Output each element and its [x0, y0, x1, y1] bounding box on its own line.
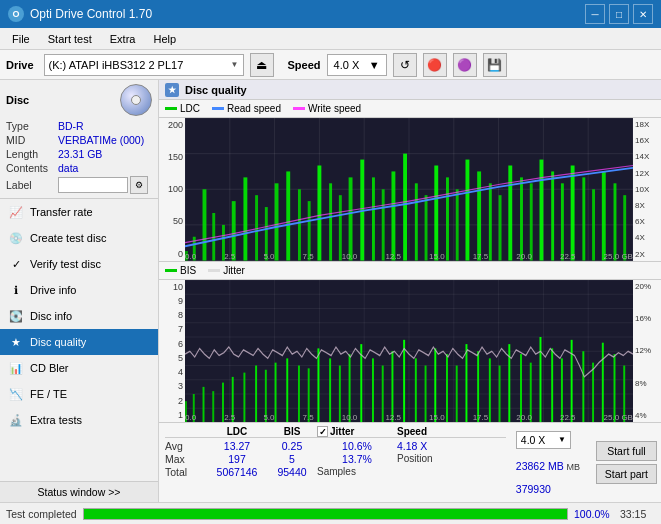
svg-rect-56 [602, 171, 606, 260]
menu-file[interactable]: File [4, 31, 38, 47]
chevron-down-icon: ▼ [369, 59, 380, 71]
stats-avg-ldc: 13.27 [207, 440, 267, 452]
speed-dropdown[interactable]: 4.0 X ▼ [327, 54, 387, 76]
top-chart-x-axis: 0.0 2.5 5.0 7.5 10.0 12.5 15.0 17.5 20.0… [185, 252, 633, 261]
cd-bler-icon: 📊 [8, 360, 24, 376]
top-chart-section: LDC Read speed Write speed 200 [159, 100, 661, 262]
start-part-button[interactable]: Start part [596, 464, 657, 484]
status-window-button[interactable]: Status window >> [0, 481, 158, 502]
jitter-checkbox[interactable]: ✓ [317, 426, 328, 437]
drive-dropdown[interactable]: (K:) ATAPI iHBS312 2 PL17 ▼ [44, 54, 244, 76]
sidebar-item-extra-tests[interactable]: 🔬 Extra tests [0, 407, 158, 433]
top-chart-plot: 0.0 2.5 5.0 7.5 10.0 12.5 15.0 17.5 20.0… [185, 118, 633, 261]
bottom-status-bar: Test completed 100.0% 33:15 [0, 502, 661, 524]
sidebar-item-disc-info[interactable]: 💽 Disc info [0, 303, 158, 329]
transfer-rate-icon: 📈 [8, 204, 24, 220]
svg-rect-99 [391, 351, 393, 422]
col-jitter-header: ✓ Jitter [317, 426, 397, 437]
sidebar-item-transfer-rate[interactable]: 📈 Transfer rate [0, 199, 158, 225]
progress-bar [83, 508, 568, 520]
legend-ldc: LDC [165, 103, 200, 114]
status-window-label: Status window >> [38, 486, 121, 498]
menu-help[interactable]: Help [145, 31, 184, 47]
svg-rect-100 [403, 339, 405, 422]
legend-read-speed-color [212, 107, 224, 110]
eject-button[interactable]: ⏏ [250, 53, 274, 77]
legend-bis: BIS [165, 265, 196, 276]
drive-toolbar: Drive (K:) ATAPI iHBS312 2 PL17 ▼ ⏏ Spee… [0, 50, 661, 80]
info-button[interactable]: 🟣 [453, 53, 477, 77]
disc-label-row: Label ⚙ [6, 176, 152, 194]
nav-label-fe-te: FE / TE [30, 388, 67, 400]
position-value: 23862 MB [516, 460, 564, 472]
menu-extra[interactable]: Extra [102, 31, 144, 47]
disc-label-key: Label [6, 179, 58, 191]
disc-quality-header-icon: ★ [165, 83, 179, 97]
speed-value: 4.0 X [334, 59, 360, 71]
nav-label-disc-quality: Disc quality [30, 336, 86, 348]
sidebar-item-fe-te[interactable]: 📉 FE / TE [0, 381, 158, 407]
bottom-chart-x-axis: 0.0 2.5 5.0 7.5 10.0 12.5 15.0 17.5 20.0… [185, 413, 633, 422]
disc-quality-icon: ★ [8, 334, 24, 350]
speed-select-dropdown[interactable]: 4.0 X ▼ [516, 431, 571, 449]
disc-label-set-button[interactable]: ⚙ [130, 176, 148, 194]
stats-avg-jitter: 10.6% [317, 440, 397, 452]
bottom-chart-plot: 0.0 2.5 5.0 7.5 10.0 12.5 15.0 17.5 20.0… [185, 280, 633, 423]
col-bis: BIS [267, 426, 317, 437]
stats-samples-label: Samples [317, 466, 397, 478]
svg-rect-95 [349, 354, 351, 422]
bottom-chart-svg [185, 280, 633, 423]
title-bar: O Opti Drive Control 1.70 ─ □ ✕ [0, 0, 661, 28]
stats-header-row: LDC BIS ✓ Jitter Speed [165, 426, 506, 438]
create-test-disc-icon: 💿 [8, 230, 24, 246]
stats-main: LDC BIS ✓ Jitter Speed Avg [159, 423, 512, 502]
top-chart-svg [185, 118, 633, 261]
buttons-panel: Start full Start part [592, 423, 661, 502]
save-button[interactable]: 💾 [483, 53, 507, 77]
legend-bis-label: BIS [180, 265, 196, 276]
disc-label-input[interactable] [58, 177, 128, 193]
disc-contents-value: data [58, 162, 78, 174]
svg-rect-47 [508, 166, 512, 261]
sidebar-item-drive-info[interactable]: ℹ Drive info [0, 277, 158, 303]
fe-te-icon: 📉 [8, 386, 24, 402]
sidebar-item-cd-bler[interactable]: 📊 CD Bler [0, 355, 158, 381]
progress-percentage: 100.0% [574, 508, 614, 520]
start-full-button[interactable]: Start full [596, 441, 657, 461]
svg-rect-111 [520, 354, 522, 422]
settings-button[interactable]: 🔴 [423, 53, 447, 77]
position-samples-col: 4.0 X ▼ 23862 MB MB 379930 [512, 423, 592, 502]
legend-bis-color [165, 269, 177, 272]
minimize-button[interactable]: ─ [585, 4, 605, 24]
col-speed-header: Speed [397, 426, 477, 437]
chevron-down-icon: ▼ [558, 435, 566, 444]
top-chart-y-right: 18X 16X 14X 12X 10X 8X 6X 4X 2X [633, 118, 661, 261]
legend-write-speed: Write speed [293, 103, 361, 114]
close-button[interactable]: ✕ [633, 4, 653, 24]
menu-start-test[interactable]: Start test [40, 31, 100, 47]
title-bar-left: O Opti Drive Control 1.70 [8, 6, 152, 22]
maximize-button[interactable]: □ [609, 4, 629, 24]
elapsed-time: 33:15 [620, 508, 655, 520]
legend-write-speed-color [293, 107, 305, 110]
refresh-button[interactable]: ↺ [393, 53, 417, 77]
svg-rect-27 [298, 189, 301, 260]
disc-contents-row: Contents data [6, 162, 152, 174]
svg-rect-116 [571, 339, 573, 422]
stats-max-row: Max 197 5 13.7% Position [165, 453, 506, 465]
sidebar-item-create-test-disc[interactable]: 💿 Create test disc [0, 225, 158, 251]
bottom-chart-section: BIS Jitter 10 9 8 7 6 [159, 262, 661, 423]
svg-rect-32 [349, 177, 353, 260]
svg-rect-34 [372, 177, 375, 260]
stats-avg-speed: 4.18 X [397, 440, 477, 452]
right-panel: ★ Disc quality LDC Read speed [159, 80, 661, 502]
stats-total-ldc: 5067146 [207, 466, 267, 478]
disc-length-value: 23.31 GB [58, 148, 102, 160]
svg-rect-51 [551, 171, 554, 260]
samples-value: 379930 [516, 483, 551, 495]
stats-total-label: Total [165, 466, 207, 478]
svg-rect-55 [592, 189, 595, 260]
bottom-chart-area: 10 9 8 7 6 5 4 3 2 1 [159, 280, 661, 423]
sidebar-item-disc-quality[interactable]: ★ Disc quality [0, 329, 158, 355]
sidebar-item-verify-test-disc[interactable]: ✓ Verify test disc [0, 251, 158, 277]
